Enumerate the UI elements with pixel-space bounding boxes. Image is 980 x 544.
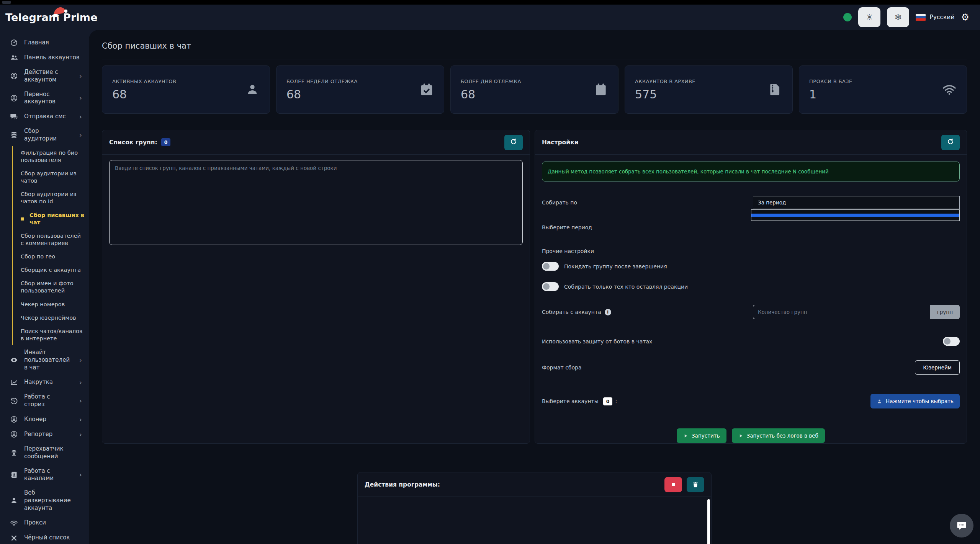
leave-group-label: Покидать группу после завершения [564, 263, 667, 270]
stat-value: 575 [635, 88, 695, 101]
groups-suffix-addon: групп [930, 305, 960, 319]
leave-group-toggle[interactable] [542, 262, 559, 271]
stat-value: 68 [112, 88, 176, 101]
sidebar-item[interactable]: Клонер › [0, 412, 89, 427]
chevron-right-icon: › [79, 95, 82, 101]
dropdown-option[interactable] [751, 217, 959, 220]
sidebar-item[interactable]: Сбор аудитории › [0, 124, 89, 146]
top-header: Telegram Prime ☀ ❄ Русский ⚙ [0, 5, 980, 30]
sidebar-item[interactable]: Инвайт пользователей в чат › [0, 345, 89, 375]
other-settings-label: Прочие настройки [542, 248, 594, 254]
history-icon [10, 397, 18, 405]
sidebar-item[interactable]: Сбор писавших в чат [12, 209, 89, 229]
settings-panel-title: Настройки [542, 139, 579, 146]
sidebar-item[interactable]: Работа с сториз › [0, 390, 89, 412]
sidebar-item-label: Сбор аудитории из чатов по Id [21, 191, 85, 205]
groups-panel: Список групп: 0 [102, 130, 530, 444]
stop-button[interactable] [664, 477, 682, 492]
sidebar-item-label: Главная [24, 39, 82, 47]
sidebar-item[interactable]: Перенос аккаунтов › [0, 87, 89, 109]
refresh-icon [947, 138, 954, 147]
trash-icon [692, 481, 699, 488]
address-book-icon [10, 471, 18, 479]
sidebar-item-label: Сбор аудитории из чатов [21, 170, 85, 185]
period-label: Выберите период [542, 224, 592, 230]
log-output-area [358, 497, 711, 544]
groups-list-textarea[interactable] [109, 160, 523, 245]
sidebar-item[interactable]: Главная [0, 35, 89, 50]
format-select-button[interactable]: Юзернейм [915, 360, 960, 375]
dropdown-option[interactable] [751, 211, 959, 214]
sidebar-item[interactable]: Чёрный список [0, 531, 89, 544]
sidebar-item-label: Сбор писавших в чат [29, 212, 85, 226]
sidebar-item[interactable]: Панель аккаунтов [0, 50, 89, 65]
calendar-check-icon [419, 82, 434, 97]
clear-log-button[interactable] [687, 477, 704, 492]
stats-row: АКТИВНЫХ АККАУНТОВ 68 БОЛЕЕ НЕДЕЛИ ОТЛЕЖ… [102, 65, 967, 114]
stat-value: 68 [286, 88, 358, 101]
dropdown-option[interactable] [751, 214, 959, 217]
browser-strip [0, 0, 980, 5]
user-icon [10, 497, 18, 505]
sidebar-item[interactable]: Репортер › [0, 427, 89, 442]
program-actions-title: Действия программы: [365, 481, 440, 488]
chat-bubble-icon [956, 520, 967, 531]
language-label: Русский [929, 14, 954, 21]
method-info-alert: Данный метод позволяет собрать всех поль… [542, 162, 960, 181]
wifi-icon [942, 82, 957, 97]
snowflake-icon[interactable]: ❄ [887, 7, 909, 27]
sidebar-item[interactable]: Сборщик с аккаунта [12, 263, 89, 277]
sidebar-item-label: Прокси [24, 519, 82, 527]
info-icon[interactable]: i [605, 309, 611, 315]
sidebar-item[interactable]: Сбор аудитории из чатов [12, 167, 89, 188]
sidebar-item-label: Сбор по гео [21, 253, 85, 260]
stat-value: 1 [809, 88, 852, 101]
bot-protection-toggle[interactable] [943, 337, 960, 346]
sidebar-item[interactable]: Веб развертывание аккаунта [0, 486, 89, 515]
run-button[interactable]: Запустить [677, 428, 726, 443]
sidebar-item[interactable]: Фильтрация по био пользователя [12, 146, 89, 167]
page-title: Сбор писавших в чат [102, 41, 967, 59]
choose-accounts-button[interactable]: Нажмите чтобы выбрать [870, 394, 960, 408]
sidebar-item[interactable]: Перехватчик сообщений [0, 442, 89, 464]
sidebar-item[interactable]: Сбор по гео [12, 250, 89, 263]
main-area: Сбор писавших в чат АКТИВНЫХ АККАУНТОВ 6… [89, 30, 980, 544]
sidebar-item[interactable]: Чекер номеров [12, 298, 89, 311]
database-icon [10, 131, 18, 139]
chevron-right-icon: › [79, 471, 82, 478]
sidebar-item[interactable]: Сбор пользователей с комментариев [12, 229, 89, 250]
sidebar-item[interactable]: Прокси [0, 516, 89, 531]
russia-flag-icon [916, 14, 926, 21]
reactions-only-toggle[interactable] [542, 282, 559, 291]
log-scrollbar[interactable] [707, 499, 710, 544]
chat-icon [10, 113, 18, 121]
collect-by-select[interactable]: За период [753, 196, 960, 209]
sidebar-item[interactable]: Отправка смс › [0, 109, 89, 124]
stop-icon [670, 481, 677, 488]
user-icon [245, 82, 260, 97]
wifi-icon [10, 519, 18, 527]
panels-row: Список групп: 0 Настройки Данный метод п [102, 130, 967, 444]
sidebar-item[interactable]: Накрутка › [0, 375, 89, 390]
browser-strip-element [2, 1, 11, 4]
sidebar-item[interactable]: Чекер юзернеймов [12, 311, 89, 325]
groups-refresh-button[interactable] [504, 135, 523, 150]
run-without-logs-button[interactable]: Запустить без логов в веб [732, 428, 825, 443]
calendar-icon [594, 82, 608, 97]
groups-count-input[interactable] [753, 305, 930, 319]
sidebar-item-label: Сбор имен и фото пользователей [21, 280, 85, 294]
bot-protection-label: Использовать защиту от ботов в чатах [542, 338, 652, 345]
sidebar-item-label: Фильтрация по био пользователя [21, 149, 85, 164]
stat-label: БОЛЕЕ ДНЯ ОТЛЕЖКА [461, 78, 521, 84]
user-circle-icon [10, 415, 18, 423]
sidebar-item[interactable]: Действие с аккаунтом › [0, 65, 89, 87]
settings-refresh-button[interactable] [941, 135, 960, 150]
gear-icon[interactable]: ⚙ [961, 12, 969, 23]
sidebar-item[interactable]: Сбор аудитории из чатов по Id [12, 188, 89, 208]
chat-widget-button[interactable] [950, 514, 973, 537]
sidebar-item[interactable]: Сбор имен и фото пользователей [12, 277, 89, 297]
sun-icon[interactable]: ☀ [858, 7, 880, 27]
sidebar-item[interactable]: Работа с каналами › [0, 464, 89, 486]
sidebar-item[interactable]: Поиск чатов/каналов в интернете [12, 325, 89, 345]
language-selector[interactable]: Русский [916, 14, 954, 21]
